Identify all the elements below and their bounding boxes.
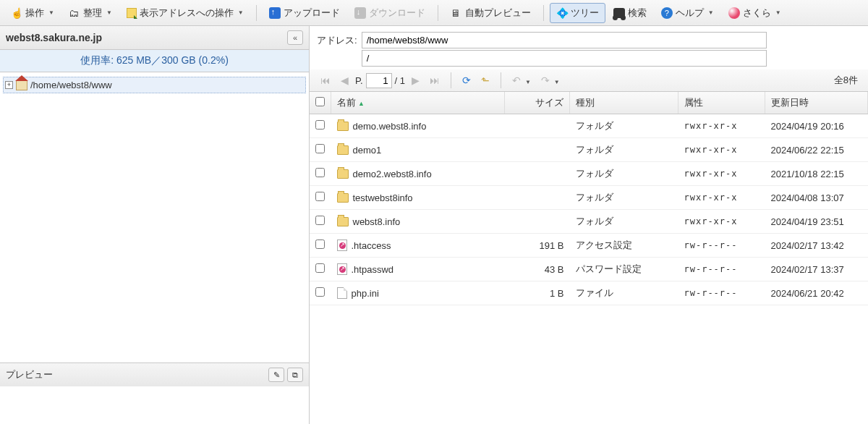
- tree-icon: [556, 7, 568, 19]
- domain-bar: webst8.sakura.ne.jp «: [0, 26, 309, 50]
- file-size: 1 B: [505, 281, 570, 305]
- separator: [543, 5, 544, 21]
- file-kind: フォルダ: [570, 114, 678, 138]
- file-updated: 2024/04/19 20:16: [765, 114, 868, 138]
- row-checkbox[interactable]: [315, 287, 325, 297]
- col-name[interactable]: 名前▲: [331, 92, 505, 114]
- tree-root-item[interactable]: + /home/webst8/www: [3, 77, 306, 93]
- row-checkbox[interactable]: [315, 120, 325, 130]
- back-button[interactable]: ↶ ▼: [509, 72, 535, 88]
- file-kind: アクセス設定: [570, 234, 678, 258]
- address-input-1[interactable]: [362, 32, 767, 48]
- address-input-2[interactable]: [362, 50, 767, 67]
- download-button[interactable]: ダウンロード: [348, 3, 432, 23]
- table-row[interactable]: php.ini1 Bファイルrw-r--r--2024/06/21 20:42: [310, 281, 868, 305]
- file-name: demo.webst8.info: [353, 121, 427, 132]
- row-checkbox[interactable]: [315, 239, 325, 249]
- file-kind: フォルダ: [570, 210, 678, 234]
- file-attr: rw-r--r--: [678, 281, 765, 305]
- col-size[interactable]: サイズ: [505, 92, 570, 114]
- separator: [438, 5, 438, 21]
- help-icon: [661, 7, 673, 19]
- preview-label: プレビュー: [6, 368, 53, 381]
- file-attr: rwxr-xr-x: [678, 162, 765, 186]
- sakura-icon: [728, 7, 740, 19]
- right-panel: アドレス: ⏮ ◀ P. / 1 ▶ ⏭ ⟳ ⬑ ↶ ▼ ↷ ▼ 全8件: [310, 26, 868, 424]
- operate-menu[interactable]: 操作▼: [4, 3, 61, 23]
- preview-body: [0, 386, 309, 424]
- file-name: php.ini: [352, 288, 379, 299]
- file-updated: 2024/02/17 13:42: [765, 234, 868, 258]
- row-checkbox[interactable]: [315, 144, 325, 153]
- file-name: demo2.webst8.info: [353, 169, 432, 179]
- search-button[interactable]: 検索: [607, 3, 653, 23]
- forward-button[interactable]: ↷ ▼: [537, 72, 563, 88]
- table-row[interactable]: .htpasswd43 Bパスワード設定rw-r--r--2024/02/17 …: [310, 258, 868, 281]
- file-name: .htaccess: [352, 240, 391, 251]
- page-input[interactable]: [366, 73, 392, 88]
- address-label: アドレス:: [317, 32, 357, 47]
- up-dir-button[interactable]: ⬑: [477, 72, 493, 88]
- auto-preview-button[interactable]: 自動プレビュー: [444, 3, 537, 23]
- file-attr: rw-r--r--: [678, 234, 765, 258]
- file-attr: rwxr-xr-x: [678, 210, 765, 234]
- chevron-down-icon: ▼: [238, 9, 244, 16]
- file-name: demo1: [353, 145, 382, 156]
- file-attr: rwxr-xr-x: [678, 186, 765, 210]
- expand-icon[interactable]: +: [5, 81, 13, 89]
- popup-preview-button[interactable]: ⧉: [287, 368, 303, 382]
- hand-icon: [11, 7, 22, 19]
- file-attr: rwxr-xr-x: [678, 138, 765, 162]
- folder-icon: [337, 122, 349, 131]
- folder-icon: [337, 169, 349, 179]
- col-check[interactable]: [310, 92, 331, 114]
- table-row[interactable]: webst8.infoフォルダrwxr-xr-x2024/04/19 23:51: [310, 210, 868, 234]
- last-page-button[interactable]: ⏭: [426, 72, 443, 88]
- organize-icon: [69, 7, 80, 19]
- table-row[interactable]: .htaccess191 Bアクセス設定rw-r--r--2024/02/17 …: [310, 234, 868, 258]
- table-row[interactable]: demo1フォルダrwxr-xr-x2024/06/22 22:15: [310, 138, 868, 162]
- first-page-button[interactable]: ⏮: [317, 72, 334, 88]
- file-size: [505, 162, 570, 186]
- upload-button[interactable]: アップロード: [263, 3, 346, 23]
- download-icon: [354, 7, 366, 19]
- row-checkbox[interactable]: [315, 216, 325, 225]
- separator: [501, 72, 501, 88]
- table-row[interactable]: demo.webst8.infoフォルダrwxr-xr-x2024/04/19 …: [310, 114, 868, 138]
- table-row[interactable]: testwebst8infoフォルダrwxr-xr-x2024/04/08 13…: [310, 186, 868, 210]
- collapse-left-button[interactable]: «: [287, 30, 303, 45]
- refresh-button[interactable]: ⟳: [459, 72, 475, 88]
- file-name: testwebst8info: [353, 192, 413, 203]
- tree-toggle[interactable]: ツリー: [550, 3, 605, 23]
- row-checkbox[interactable]: [315, 192, 325, 201]
- file-updated: 2024/06/21 20:42: [765, 281, 868, 305]
- addr-action-menu[interactable]: 表示アドレスへの操作▼: [120, 3, 250, 23]
- edit-preview-button[interactable]: ✎: [268, 368, 284, 382]
- row-checkbox[interactable]: [315, 263, 325, 273]
- chevron-down-icon: ▼: [48, 9, 54, 16]
- next-page-button[interactable]: ▶: [408, 72, 423, 88]
- file-size: 191 B: [505, 234, 570, 258]
- file-size: [505, 114, 570, 138]
- file-kind: パスワード設定: [570, 258, 678, 281]
- total-count: 全8件: [834, 74, 861, 87]
- sakura-menu[interactable]: さくら▼: [722, 3, 788, 23]
- separator: [256, 5, 257, 21]
- address-action-icon: [127, 8, 137, 18]
- col-updated[interactable]: 更新日時: [765, 92, 868, 114]
- table-row[interactable]: demo2.webst8.infoフォルダrwxr-xr-x2021/10/18…: [310, 162, 868, 186]
- preview-header: プレビュー ✎ ⧉: [0, 362, 309, 386]
- file-name: .htpasswd: [352, 264, 394, 275]
- organize-menu[interactable]: 整理▼: [62, 3, 119, 23]
- select-all-checkbox[interactable]: [315, 97, 325, 106]
- row-checkbox[interactable]: [315, 168, 325, 177]
- col-kind[interactable]: 種別: [570, 92, 678, 114]
- chevron-down-icon: ▼: [775, 9, 781, 16]
- home-icon: [16, 80, 27, 90]
- file-name: webst8.info: [353, 216, 401, 227]
- prev-page-button[interactable]: ◀: [337, 72, 352, 88]
- binoculars-icon: [613, 8, 625, 18]
- col-attr[interactable]: 属性: [678, 92, 765, 114]
- help-menu[interactable]: ヘルプ▼: [655, 3, 720, 23]
- file-updated: 2021/10/18 22:15: [765, 162, 868, 186]
